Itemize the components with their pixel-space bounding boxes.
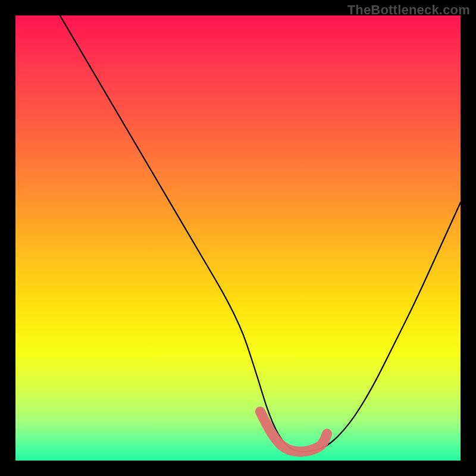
chart-frame: TheBottleneck.com	[0, 0, 476, 476]
chart-svg	[15, 15, 461, 461]
plot-area	[15, 15, 461, 461]
curve-line	[60, 15, 461, 452]
watermark-text: TheBottleneck.com	[347, 2, 470, 18]
